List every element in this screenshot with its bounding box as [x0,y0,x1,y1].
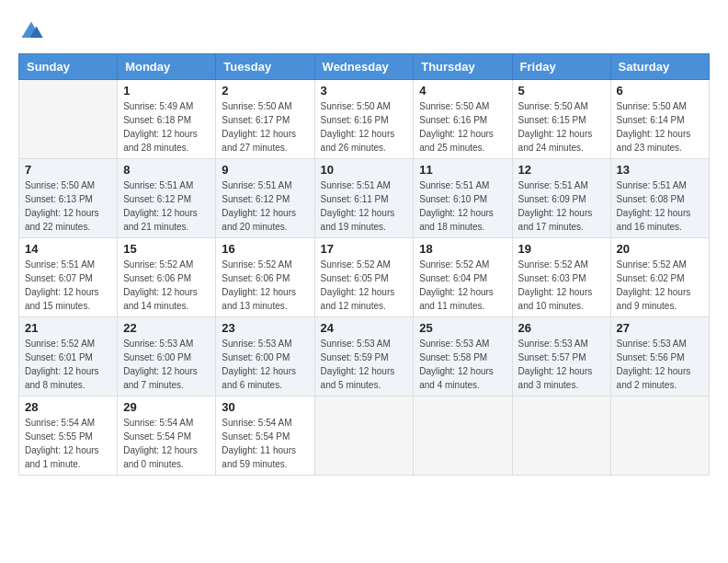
calendar-cell [414,396,512,476]
calendar-cell [19,80,118,159]
page-header [18,18,710,44]
calendar-cell: 1Sunrise: 5:49 AM Sunset: 6:18 PM Daylig… [118,80,216,159]
day-info: Sunrise: 5:50 AM Sunset: 6:16 PM Dayligh… [419,99,506,155]
calendar-cell: 15Sunrise: 5:52 AM Sunset: 6:06 PM Dayli… [118,238,216,317]
calendar-cell: 11Sunrise: 5:51 AM Sunset: 6:10 PM Dayli… [414,159,512,238]
weekday-header-tuesday: Tuesday [216,54,314,80]
day-number: 22 [123,321,210,335]
day-number: 16 [222,242,308,256]
day-number: 28 [25,400,111,414]
day-info: Sunrise: 5:52 AM Sunset: 6:03 PM Dayligh… [518,258,605,313]
calendar-cell: 12Sunrise: 5:51 AM Sunset: 6:09 PM Dayli… [512,159,610,238]
week-row-2: 7Sunrise: 5:50 AM Sunset: 6:13 PM Daylig… [19,159,710,238]
weekday-header-saturday: Saturday [610,54,709,80]
calendar-cell: 9Sunrise: 5:51 AM Sunset: 6:12 PM Daylig… [216,159,314,238]
calendar-cell: 14Sunrise: 5:51 AM Sunset: 6:07 PM Dayli… [19,238,118,317]
calendar-header-row: SundayMondayTuesdayWednesdayThursdayFrid… [19,54,710,80]
day-number: 17 [321,242,408,256]
calendar-cell: 5Sunrise: 5:50 AM Sunset: 6:15 PM Daylig… [512,80,610,159]
weekday-header-wednesday: Wednesday [314,54,414,80]
week-row-3: 14Sunrise: 5:51 AM Sunset: 6:07 PM Dayli… [19,238,710,317]
day-number: 18 [419,242,506,256]
day-number: 26 [518,321,605,335]
day-number: 2 [222,84,308,98]
day-info: Sunrise: 5:50 AM Sunset: 6:15 PM Dayligh… [518,99,605,155]
week-row-1: 1Sunrise: 5:49 AM Sunset: 6:18 PM Daylig… [19,80,710,159]
day-info: Sunrise: 5:52 AM Sunset: 6:05 PM Dayligh… [321,258,408,313]
day-number: 15 [123,242,210,256]
day-info: Sunrise: 5:51 AM Sunset: 6:08 PM Dayligh… [617,178,703,234]
calendar-cell: 3Sunrise: 5:50 AM Sunset: 6:16 PM Daylig… [314,80,414,159]
day-number: 1 [123,84,210,98]
day-info: Sunrise: 5:49 AM Sunset: 6:18 PM Dayligh… [123,99,210,155]
day-info: Sunrise: 5:53 AM Sunset: 6:00 PM Dayligh… [222,337,308,392]
day-info: Sunrise: 5:53 AM Sunset: 5:56 PM Dayligh… [617,337,703,392]
calendar-cell [314,396,414,476]
day-info: Sunrise: 5:52 AM Sunset: 6:01 PM Dayligh… [25,337,111,392]
logo [18,18,48,44]
day-number: 6 [617,84,703,98]
calendar-cell: 2Sunrise: 5:50 AM Sunset: 6:17 PM Daylig… [216,80,314,159]
day-info: Sunrise: 5:53 AM Sunset: 5:58 PM Dayligh… [419,337,506,392]
day-number: 8 [123,163,210,177]
calendar-cell: 4Sunrise: 5:50 AM Sunset: 6:16 PM Daylig… [414,80,512,159]
calendar-cell: 17Sunrise: 5:52 AM Sunset: 6:05 PM Dayli… [314,238,414,317]
day-info: Sunrise: 5:50 AM Sunset: 6:14 PM Dayligh… [617,99,703,155]
day-info: Sunrise: 5:50 AM Sunset: 6:13 PM Dayligh… [25,178,111,234]
day-number: 25 [419,321,506,335]
calendar-cell: 29Sunrise: 5:54 AM Sunset: 5:54 PM Dayli… [118,396,216,476]
day-info: Sunrise: 5:53 AM Sunset: 5:57 PM Dayligh… [518,337,605,392]
day-info: Sunrise: 5:50 AM Sunset: 6:17 PM Dayligh… [222,99,308,155]
calendar-cell [512,396,610,476]
day-info: Sunrise: 5:51 AM Sunset: 6:12 PM Dayligh… [222,178,308,234]
weekday-header-thursday: Thursday [414,54,512,80]
day-info: Sunrise: 5:50 AM Sunset: 6:16 PM Dayligh… [321,99,408,155]
day-info: Sunrise: 5:52 AM Sunset: 6:04 PM Dayligh… [419,258,506,313]
calendar-cell: 18Sunrise: 5:52 AM Sunset: 6:04 PM Dayli… [414,238,512,317]
calendar-cell: 27Sunrise: 5:53 AM Sunset: 5:56 PM Dayli… [610,317,709,396]
day-number: 20 [617,242,703,256]
calendar-cell: 8Sunrise: 5:51 AM Sunset: 6:12 PM Daylig… [118,159,216,238]
day-number: 12 [518,163,605,177]
calendar-cell: 30Sunrise: 5:54 AM Sunset: 5:54 PM Dayli… [216,396,314,476]
day-number: 9 [222,163,308,177]
calendar-cell: 20Sunrise: 5:52 AM Sunset: 6:02 PM Dayli… [610,238,709,317]
calendar-cell: 22Sunrise: 5:53 AM Sunset: 6:00 PM Dayli… [118,317,216,396]
calendar-cell [610,396,709,476]
day-info: Sunrise: 5:51 AM Sunset: 6:10 PM Dayligh… [419,178,506,234]
day-info: Sunrise: 5:51 AM Sunset: 6:09 PM Dayligh… [518,178,605,234]
day-number: 27 [617,321,703,335]
calendar-cell: 6Sunrise: 5:50 AM Sunset: 6:14 PM Daylig… [610,80,709,159]
week-row-4: 21Sunrise: 5:52 AM Sunset: 6:01 PM Dayli… [19,317,710,396]
day-number: 21 [25,321,111,335]
week-row-5: 28Sunrise: 5:54 AM Sunset: 5:55 PM Dayli… [19,396,710,476]
day-info: Sunrise: 5:54 AM Sunset: 5:54 PM Dayligh… [222,416,308,471]
calendar-table: SundayMondayTuesdayWednesdayThursdayFrid… [18,53,710,476]
day-number: 10 [321,163,408,177]
weekday-header-monday: Monday [118,54,216,80]
day-number: 7 [25,163,111,177]
day-info: Sunrise: 5:53 AM Sunset: 5:59 PM Dayligh… [321,337,408,392]
day-number: 14 [25,242,111,256]
day-number: 24 [321,321,408,335]
day-info: Sunrise: 5:53 AM Sunset: 6:00 PM Dayligh… [123,337,210,392]
logo-icon [18,18,44,44]
day-info: Sunrise: 5:54 AM Sunset: 5:54 PM Dayligh… [123,416,210,471]
calendar-cell: 23Sunrise: 5:53 AM Sunset: 6:00 PM Dayli… [216,317,314,396]
day-info: Sunrise: 5:51 AM Sunset: 6:07 PM Dayligh… [25,258,111,313]
day-number: 3 [321,84,408,98]
day-info: Sunrise: 5:52 AM Sunset: 6:06 PM Dayligh… [222,258,308,313]
day-info: Sunrise: 5:51 AM Sunset: 6:11 PM Dayligh… [321,178,408,234]
day-number: 19 [518,242,605,256]
day-info: Sunrise: 5:51 AM Sunset: 6:12 PM Dayligh… [123,178,210,234]
calendar-cell: 24Sunrise: 5:53 AM Sunset: 5:59 PM Dayli… [314,317,414,396]
day-info: Sunrise: 5:52 AM Sunset: 6:02 PM Dayligh… [617,258,703,313]
day-number: 30 [222,400,308,414]
day-info: Sunrise: 5:52 AM Sunset: 6:06 PM Dayligh… [123,258,210,313]
day-number: 29 [123,400,210,414]
calendar-cell: 28Sunrise: 5:54 AM Sunset: 5:55 PM Dayli… [19,396,118,476]
weekday-header-friday: Friday [512,54,610,80]
weekday-header-sunday: Sunday [19,54,118,80]
calendar-cell: 16Sunrise: 5:52 AM Sunset: 6:06 PM Dayli… [216,238,314,317]
calendar-cell: 25Sunrise: 5:53 AM Sunset: 5:58 PM Dayli… [414,317,512,396]
